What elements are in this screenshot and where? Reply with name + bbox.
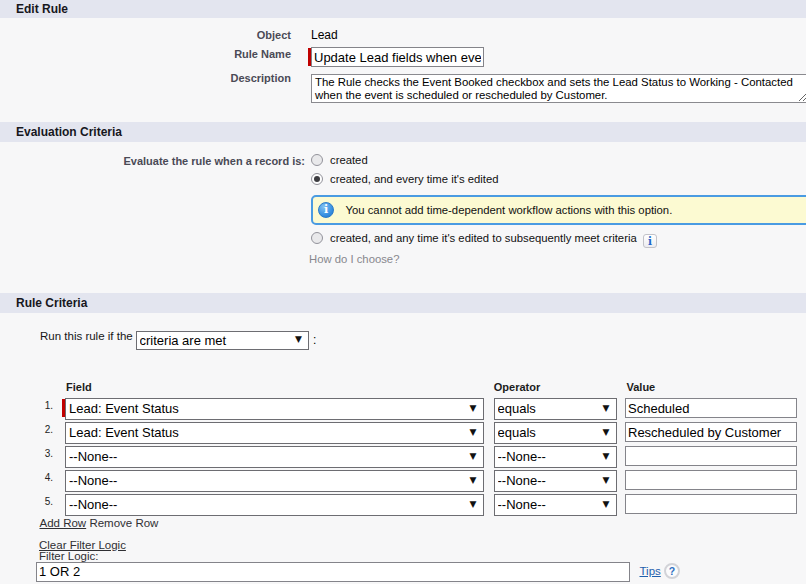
object-value: Lead — [311, 29, 338, 41]
rule-name-label: Rule Name — [0, 49, 291, 60]
row-number: 3. — [19, 449, 53, 459]
operator-select-wrap-1: equals — [494, 398, 617, 420]
run-rule-select[interactable]: criteria are met — [136, 331, 310, 351]
eval-radio[interactable] — [311, 232, 323, 244]
operator-select[interactable]: --None-- — [494, 446, 617, 468]
operator-select[interactable]: --None-- — [494, 494, 617, 516]
operator-select[interactable]: equals — [494, 422, 617, 444]
help-icon[interactable]: ? — [664, 563, 680, 579]
run-rule-select-wrap: criteria are met — [136, 331, 310, 351]
evaluation-criteria-title: Evaluation Criteria — [16, 126, 122, 138]
field-select[interactable]: --None-- — [65, 446, 484, 468]
description-label: Description — [0, 73, 291, 84]
section-header-edit-rule: Edit Rule — [0, 0, 806, 18]
field-select-wrap-3: --None-- — [65, 446, 484, 468]
page-title: Edit Rule — [16, 3, 68, 15]
field-select-wrap-4: --None-- — [65, 470, 484, 492]
operator-select-wrap-3: --None-- — [494, 446, 617, 468]
field-select[interactable]: --None-- — [65, 470, 484, 492]
run-rule-label: Run this rule if the — [40, 330, 133, 342]
info-icon: i — [318, 202, 334, 218]
row-actions: Add Row Remove Row — [40, 517, 159, 529]
column-header-value: Value — [627, 382, 656, 393]
operator-select-wrap-4: --None-- — [494, 470, 617, 492]
operator-select-wrap-5: --None-- — [494, 494, 617, 516]
eval-option-label: created, and every time it's edited — [330, 173, 499, 185]
value-input[interactable] — [625, 422, 797, 442]
evaluate-when-label: Evaluate the rule when a record is: — [0, 156, 305, 167]
row-number: 5. — [19, 497, 53, 507]
value-input[interactable] — [625, 494, 797, 514]
column-header-field: Field — [66, 382, 92, 393]
object-label: Object — [0, 30, 291, 41]
operator-select[interactable]: equals — [494, 398, 617, 420]
filter-logic-input[interactable] — [36, 562, 630, 583]
row-number: 2. — [19, 425, 53, 435]
remove-row-text[interactable]: Remove Row — [89, 517, 158, 529]
rule-name-input[interactable] — [311, 47, 484, 67]
rule-criteria-title: Rule Criteria — [16, 297, 87, 309]
filter-logic-label: Filter Logic: — [39, 550, 98, 562]
eval-radio[interactable] — [311, 173, 323, 185]
value-input[interactable] — [625, 398, 797, 418]
section-header-rule-criteria: Rule Criteria — [0, 293, 806, 314]
add-row-link[interactable]: Add Row — [40, 517, 87, 529]
field-select[interactable]: Lead: Event Status — [65, 398, 484, 420]
operator-select[interactable]: --None-- — [494, 470, 617, 492]
warning-text: You cannot add time-dependent workflow a… — [346, 204, 673, 216]
field-select-wrap-2: Lead: Event Status — [65, 422, 484, 444]
eval-option-subsequently-meet[interactable]: created, and any time it's edited to sub… — [311, 232, 637, 245]
value-input[interactable] — [625, 446, 797, 466]
row-number: 1. — [19, 401, 53, 411]
value-input[interactable] — [625, 470, 797, 490]
eval-option-created-every-edit[interactable]: created, and every time it's edited — [311, 172, 499, 185]
how-do-i-choose-link[interactable]: How do I choose? — [309, 253, 399, 265]
criteria-info-icon[interactable]: i — [643, 234, 657, 248]
description-textarea[interactable]: The Rule checks the Event Booked checkbo… — [311, 74, 806, 103]
field-select-wrap-1: Lead: Event Status — [65, 398, 484, 420]
eval-radio[interactable] — [311, 154, 323, 166]
tips-link[interactable]: Tips — [640, 565, 661, 577]
field-select-wrap-5: --None-- — [65, 494, 484, 516]
column-header-operator: Operator — [494, 382, 540, 393]
eval-option-created[interactable]: created — [311, 154, 368, 167]
run-rule-colon: : — [313, 331, 316, 351]
edit-rule-page: Edit Rule Object Lead Rule Name Descript… — [0, 0, 806, 584]
operator-select-wrap-2: equals — [494, 422, 617, 444]
time-dependent-warning: i You cannot add time-dependent workflow… — [311, 195, 806, 225]
eval-option-label: created, and any time it's edited to sub… — [330, 232, 637, 244]
row-number: 4. — [19, 473, 53, 483]
eval-option-label: created — [330, 154, 368, 166]
field-select[interactable]: Lead: Event Status — [65, 422, 484, 444]
section-header-evaluation-criteria: Evaluation Criteria — [0, 122, 806, 143]
field-select[interactable]: --None-- — [65, 494, 484, 516]
